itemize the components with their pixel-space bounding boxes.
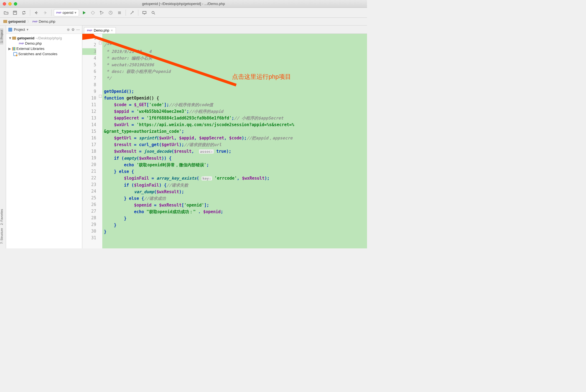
- scratches-icon: [13, 52, 17, 56]
- window-title: getopenid [~/Desktop/php/getopenid] - ..…: [142, 2, 225, 6]
- breadcrumb-project[interactable]: getopenid: [3, 19, 26, 24]
- php-file-icon: PHP: [87, 29, 92, 32]
- library-icon: [12, 47, 15, 50]
- open-icon[interactable]: [2, 9, 10, 17]
- tree-file-demo[interactable]: PHP Demo.php: [7, 41, 81, 46]
- svg-point-7: [152, 11, 154, 14]
- main-area: 1: Project 2: Favorites 7: Structure Pro…: [0, 26, 367, 248]
- left-tool-rail: 1: Project 2: Favorites 7: Structure: [0, 26, 6, 248]
- rail-favorites[interactable]: 2: Favorites: [0, 207, 3, 226]
- php-file-icon: PHP: [32, 20, 38, 23]
- folder-icon: [12, 37, 16, 40]
- editor-area: PHP Demo.php × 1234567891011121314151617…: [82, 26, 367, 248]
- sidebar-title: Project: [14, 27, 25, 32]
- hide-icon[interactable]: —: [76, 27, 80, 32]
- php-file-icon: PHP: [19, 42, 24, 45]
- project-icon: [8, 28, 12, 32]
- gear-icon[interactable]: ✿: [72, 27, 75, 32]
- svg-rect-6: [143, 11, 146, 14]
- debug-icon[interactable]: [89, 9, 97, 17]
- svg-rect-1: [14, 11, 16, 12]
- close-tab-icon[interactable]: ×: [111, 29, 113, 32]
- php-badge-icon: PHP: [56, 11, 62, 14]
- breadcrumb-file[interactable]: PHPDemo.php: [32, 19, 55, 24]
- main-toolbar: PHP openid ▾: [0, 8, 367, 18]
- stop-icon[interactable]: [116, 9, 123, 17]
- svg-rect-5: [118, 11, 121, 14]
- svg-rect-0: [13, 11, 17, 14]
- collapse-icon[interactable]: ⊕: [67, 27, 70, 32]
- code-editor[interactable]: 1234567891011121314151617181920212223242…: [82, 34, 367, 248]
- svg-line-8: [92, 36, 236, 85]
- folder-icon: [3, 20, 7, 23]
- rail-structure[interactable]: 7: Structure: [0, 226, 3, 246]
- project-sidebar: Project ▾ ⊕ ✿ — ▼ getopenid ~/Desktop/ph…: [6, 26, 82, 248]
- back-icon[interactable]: [32, 9, 40, 17]
- editor-tabs: PHP Demo.php ×: [82, 26, 367, 34]
- coverage-icon[interactable]: [98, 9, 106, 17]
- settings-icon[interactable]: [128, 9, 136, 17]
- project-tree: ▼ getopenid ~/Desktop/php/g PHP Demo.php…: [6, 34, 82, 58]
- annotation-arrow: [82, 34, 249, 117]
- tab-demo-php[interactable]: PHP Demo.php ×: [84, 27, 116, 34]
- avd-icon[interactable]: [141, 9, 148, 17]
- traffic-lights: [3, 2, 17, 6]
- search-icon[interactable]: [149, 9, 157, 17]
- run-configuration-dropdown[interactable]: PHP openid ▾: [54, 9, 79, 16]
- annotation-text: 点击这里运行php项目: [232, 73, 291, 81]
- forward-icon[interactable]: [41, 9, 49, 17]
- titlebar: getopenid [~/Desktop/php/getopenid] - ..…: [0, 0, 367, 8]
- rail-project[interactable]: 1: Project: [0, 28, 3, 44]
- profile-icon[interactable]: [107, 9, 114, 17]
- ide-window: getopenid [~/Desktop/php/getopenid] - ..…: [0, 0, 367, 248]
- zoom-window-button[interactable]: [14, 2, 17, 6]
- svg-point-2: [91, 11, 94, 14]
- svg-point-3: [100, 11, 101, 12]
- tree-root[interactable]: ▼ getopenid ~/Desktop/php/g: [7, 35, 81, 41]
- run-button[interactable]: [80, 9, 88, 17]
- breadcrumb: getopenid 〉 PHPDemo.php: [0, 18, 367, 26]
- refresh-icon[interactable]: [20, 9, 28, 17]
- minimize-window-button[interactable]: [8, 2, 12, 6]
- close-window-button[interactable]: [3, 2, 6, 6]
- save-icon[interactable]: [11, 9, 19, 17]
- tree-scratches[interactable]: Scratches and Consoles: [7, 51, 81, 57]
- sidebar-header: Project ▾ ⊕ ✿ —: [6, 26, 82, 34]
- tree-external-libraries[interactable]: ▶ External Libraries: [7, 46, 81, 51]
